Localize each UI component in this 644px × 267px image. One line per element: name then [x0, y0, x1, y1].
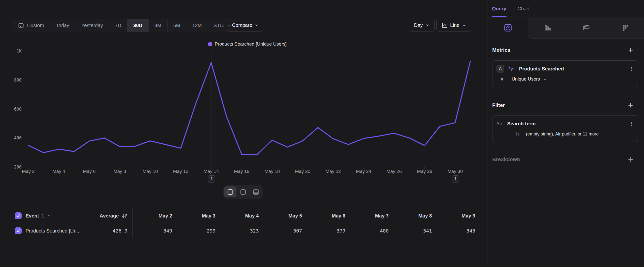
svg-text:May 4: May 4: [52, 169, 65, 174]
bar-chart-icon: [544, 24, 552, 32]
svg-text:May 2: May 2: [22, 169, 35, 174]
annotation-badge[interactable]: 1: [208, 175, 215, 182]
metric-letter-badge: A: [496, 65, 504, 73]
svg-text:1K: 1K: [17, 49, 22, 54]
compare-button[interactable]: Compare: [227, 19, 264, 32]
range-label: 12M: [192, 23, 202, 28]
table-date-values: 349299323307379400341343: [132, 224, 481, 238]
chevron-down-icon: [47, 214, 51, 218]
granularity-button[interactable]: Day: [409, 19, 435, 32]
svg-text:May 14: May 14: [204, 169, 219, 174]
filter-operator: Is: [516, 132, 520, 137]
svg-text:May 10: May 10: [143, 169, 158, 174]
filter-condition-row[interactable]: Is (empty string), Air purifier, or 11 m…: [496, 130, 634, 138]
flows-report-tab[interactable]: [567, 17, 606, 39]
filter-section-header: Filter: [492, 101, 634, 109]
range-label: 6M: [174, 23, 180, 28]
chevron-down-icon: [254, 23, 259, 27]
range-12m-button[interactable]: 12M: [186, 19, 208, 32]
metric-card-row: A Products Searched: [496, 64, 634, 73]
breakdown-table: Event 1 Average May 2May 3May 4May 5May …: [10, 208, 481, 238]
annotation-badge[interactable]: 1: [452, 175, 459, 182]
sort-descending-icon: [121, 213, 128, 219]
average-cell: 426.9: [90, 224, 132, 238]
breakdown-heading: Breakdown: [492, 156, 520, 162]
date-range-control: Custom Today Yesterday 7D 30D 3M 6M 12M …: [12, 19, 237, 32]
range-label: 30D: [133, 23, 142, 28]
chevron-down-icon: [543, 77, 547, 81]
average-value: 426.9: [113, 228, 128, 234]
range-7d-button[interactable]: 7D: [109, 19, 128, 32]
add-breakdown-button[interactable]: [627, 156, 634, 163]
chart-canvas[interactable]: 1K800600400200May 2May 4May 6May 8May 10…: [10, 47, 475, 180]
funnels-report-tab[interactable]: [528, 17, 567, 39]
compare-label: Compare: [232, 23, 252, 28]
view-toggle-group: [223, 185, 263, 199]
range-custom-button[interactable]: Custom: [12, 19, 50, 32]
insights-icon: [504, 24, 512, 32]
table-view-button[interactable]: [250, 186, 262, 197]
insights-report-tab[interactable]: [488, 17, 528, 39]
range-3m-button[interactable]: 3M: [148, 19, 167, 32]
add-metric-button[interactable]: [627, 47, 634, 53]
tab-query[interactable]: Query: [492, 6, 506, 12]
retention-report-tab[interactable]: [606, 17, 644, 39]
metric-name: Products Searched: [519, 66, 564, 72]
event-label: Event: [26, 213, 39, 219]
average-label: Average: [100, 213, 119, 219]
filter-card[interactable]: Aa Search term Is (empty string), Air pu…: [492, 115, 638, 142]
select-all-checkbox[interactable]: [15, 212, 22, 219]
table-date-headers: May 2May 3May 4May 5May 6May 7May 8May 9: [132, 208, 481, 224]
metric-options-button[interactable]: [628, 66, 634, 72]
range-6m-button[interactable]: 6M: [167, 19, 186, 32]
filter-card-row: Aa Search term: [496, 119, 634, 128]
sidebar-tab-bar: Query Chart: [488, 0, 644, 18]
query-sidebar: Query Chart: [488, 0, 644, 267]
hash-icon: #: [501, 77, 504, 82]
date-value: 307: [265, 224, 308, 238]
chart-type-button[interactable]: Line: [436, 19, 471, 32]
table-row: Products Searched [Un... 426.9 349299323…: [10, 224, 481, 238]
breakdown-section-header: Breakdown: [492, 155, 634, 164]
series-name: Products Searched [Un...: [26, 228, 80, 234]
range-label: Yesterday: [81, 23, 103, 28]
event-count: 1: [41, 213, 44, 219]
metrics-section-header: Metrics: [492, 46, 634, 54]
add-filter-button[interactable]: [627, 102, 634, 108]
series-checkbox[interactable]: [15, 227, 22, 234]
chart-view-button[interactable]: [237, 186, 249, 197]
svg-text:May 28: May 28: [417, 169, 432, 174]
series-swatch: [208, 42, 212, 46]
flows-icon: [582, 24, 590, 32]
metric-card[interactable]: A Products Searched # Unique Users: [492, 60, 638, 87]
svg-text:May 6: May 6: [83, 169, 96, 174]
event-cursor-icon: [508, 65, 515, 72]
date-header: May 9: [438, 208, 481, 224]
date-value: 323: [222, 224, 265, 238]
date-header: May 4: [222, 208, 265, 224]
svg-text:600: 600: [14, 107, 22, 112]
range-label: Custom: [27, 23, 44, 28]
analytics-app: Custom Today Yesterday 7D 30D 3M 6M 12M …: [0, 0, 644, 267]
table-header-row: Event 1 Average May 2May 3May 4May 5May …: [10, 208, 481, 224]
filter-options-button[interactable]: [628, 120, 634, 127]
metric-aggregation-row[interactable]: # Unique Users: [496, 75, 634, 83]
series-cell: Products Searched [Un...: [10, 224, 90, 238]
date-value: 400: [351, 224, 394, 238]
calendar-icon: [18, 23, 24, 29]
date-header: May 7: [351, 208, 394, 224]
date-value: 299: [178, 224, 222, 238]
average-column-header[interactable]: Average: [90, 208, 132, 224]
svg-text:May 24: May 24: [356, 169, 372, 174]
date-header: May 6: [308, 208, 351, 224]
filter-heading: Filter: [492, 102, 505, 108]
chevron-down-icon: [425, 23, 430, 27]
split-view-button[interactable]: [224, 186, 236, 197]
retention-dots-icon: [621, 24, 629, 32]
range-yesterday-button[interactable]: Yesterday: [75, 19, 109, 32]
range-today-button[interactable]: Today: [50, 19, 75, 32]
range-label: XTD: [214, 23, 224, 28]
range-30d-button[interactable]: 30D: [127, 19, 148, 32]
event-column-header[interactable]: Event 1: [10, 208, 90, 224]
tab-chart[interactable]: Chart: [518, 6, 530, 12]
